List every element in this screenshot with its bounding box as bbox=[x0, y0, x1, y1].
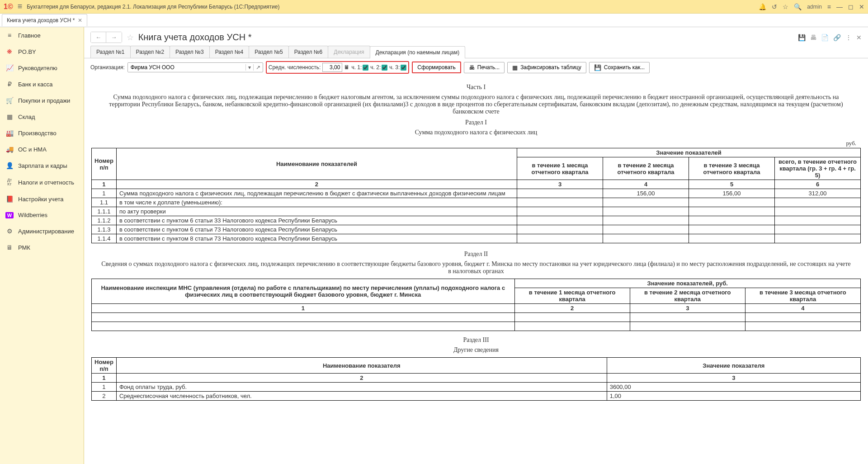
nav-back-button[interactable]: ← bbox=[91, 32, 106, 43]
doc-icon[interactable]: 📄 bbox=[821, 34, 829, 41]
tab-section5[interactable]: Раздел №5 bbox=[249, 46, 289, 58]
avg-input[interactable] bbox=[322, 63, 342, 72]
tab-section4[interactable]: Раздел №4 bbox=[209, 46, 250, 58]
person-icon: 👤 bbox=[5, 162, 14, 169]
th-m2: в течение 2 месяца отчетного квартала bbox=[630, 288, 745, 304]
table-row: 1.1.1по акту проверки bbox=[92, 207, 861, 216]
col-idx: 1 bbox=[92, 374, 117, 383]
star-icon[interactable]: ☆ bbox=[783, 3, 788, 10]
sidebar-item-label: Wildberries bbox=[18, 212, 47, 218]
report-area[interactable]: Часть I Сумма подоходного налога с физич… bbox=[84, 76, 868, 464]
document-tab[interactable]: Книга учета доходов УСН * ✕ bbox=[2, 14, 87, 26]
sidebar-item-admin[interactable]: ⚙Администрирование bbox=[0, 223, 84, 239]
sidebar-item-manager[interactable]: 📈Руководителю bbox=[0, 60, 84, 76]
ch1-checkbox[interactable] bbox=[363, 65, 368, 71]
tab-close-icon[interactable]: ✕ bbox=[78, 17, 82, 24]
document-tabs: Книга учета доходов УСН * ✕ bbox=[0, 14, 868, 27]
sidebar-item-assets[interactable]: 🚚ОС и НМА bbox=[0, 141, 84, 157]
org-combo[interactable]: ▾ ↗ bbox=[127, 62, 263, 72]
favorite-star-icon[interactable]: ☆ bbox=[127, 33, 134, 43]
fix-label: Зафиксировать таблицу bbox=[520, 64, 581, 71]
wb-icon: W bbox=[5, 212, 14, 218]
generate-button[interactable]: Сформировать bbox=[412, 62, 461, 73]
sidebar-item-main[interactable]: ≡Главное bbox=[0, 27, 84, 43]
sidebar-item-production[interactable]: 🏭Производство bbox=[0, 125, 84, 141]
content-header: ← → ☆ Книга учета доходов УСН * 💾 🖶 📄 🔗 … bbox=[84, 27, 868, 46]
table-row: 1.1.3в соответствии с пунктом 6 статьи 7… bbox=[92, 225, 861, 234]
th-vals: Значение показателей bbox=[517, 148, 861, 157]
settings-icon[interactable]: ≡ bbox=[827, 3, 831, 10]
factory-icon: 🏭 bbox=[5, 129, 14, 137]
poby-icon: ❋ bbox=[5, 48, 14, 55]
save-as-button[interactable]: 💾Сохранить как... bbox=[589, 62, 650, 73]
table-row: 2Среднесписочная численность работников,… bbox=[92, 392, 861, 401]
more-icon[interactable]: ⋮ bbox=[845, 34, 852, 41]
sidebar-item-label: PO.BY bbox=[18, 48, 36, 55]
sidebar-item-rmk[interactable]: 🖥РМК bbox=[0, 239, 84, 256]
section1-title: Раздел I bbox=[91, 119, 861, 126]
nav-arrows: ← → bbox=[90, 32, 122, 43]
th-total: всего, в течение отчетного квартала (гр.… bbox=[775, 157, 861, 180]
table-section3: Номер п/п Наименование показателя Значен… bbox=[91, 357, 861, 401]
open-icon[interactable]: ↗ bbox=[253, 64, 263, 71]
user-label[interactable]: admin bbox=[807, 4, 822, 10]
ch2-checkbox[interactable] bbox=[382, 65, 387, 71]
col-idx: 2 bbox=[116, 374, 607, 383]
book-icon: 📕 bbox=[5, 195, 14, 203]
tab-section6[interactable]: Раздел №6 bbox=[288, 46, 329, 58]
gear-icon: ⚙ bbox=[5, 227, 14, 235]
sidebar-item-label: РМК bbox=[18, 244, 30, 251]
sidebar-item-taxes[interactable]: ДтКтНалоги и отчетность bbox=[0, 174, 84, 191]
chart-icon: 📈 bbox=[5, 64, 14, 71]
th-m1: в течение 1 месяца отчетного квартала bbox=[517, 157, 603, 180]
sidebar-item-stock[interactable]: ▦Склад bbox=[0, 109, 84, 125]
bell-icon[interactable]: 🔔 bbox=[759, 3, 766, 10]
app-title: Бухгалтерия для Беларуси, редакция 2.1. … bbox=[27, 4, 279, 10]
ch2-label: ч. 2: bbox=[370, 64, 381, 71]
history-icon[interactable]: ↺ bbox=[772, 3, 777, 10]
section2-title: Раздел II bbox=[91, 251, 861, 258]
minimize-icon[interactable]: — bbox=[836, 3, 843, 10]
sidebar-item-settings[interactable]: 📕Настройки учета bbox=[0, 191, 84, 207]
close-icon[interactable]: ✕ bbox=[859, 3, 864, 10]
sidebar-item-wildberries[interactable]: WWildberries bbox=[0, 207, 84, 223]
printer-icon: 🖶 bbox=[469, 64, 475, 71]
sidebar-item-label: Настройки учета bbox=[18, 196, 63, 203]
print-button[interactable]: 🖶Печать... bbox=[464, 62, 505, 73]
toolbar: Организация: ▾ ↗ Средн. численность: 🖩 ч… bbox=[84, 58, 868, 76]
org-label: Организация: bbox=[90, 64, 125, 71]
sidebar-item-sales[interactable]: 🛒Покупки и продажи bbox=[0, 92, 84, 109]
ch3-checkbox[interactable] bbox=[401, 65, 406, 71]
sidebar-item-bank[interactable]: ₽Банк и касса bbox=[0, 76, 84, 92]
sidebar-item-salary[interactable]: 👤Зарплата и кадры bbox=[0, 157, 84, 174]
print-icon[interactable]: 🖶 bbox=[810, 34, 816, 41]
tab-section1[interactable]: Раздел №1 bbox=[90, 46, 131, 58]
sidebar-item-label: Производство bbox=[18, 130, 57, 137]
link-icon[interactable]: 🔗 bbox=[833, 34, 841, 41]
col-idx: 3 bbox=[517, 180, 603, 189]
ch1-label: ч. 1: bbox=[351, 64, 362, 71]
fix-table-button[interactable]: ▦Зафиксировать таблицу bbox=[507, 62, 586, 73]
col-idx: 3 bbox=[607, 374, 860, 383]
col-idx: 2 bbox=[116, 180, 517, 189]
section2-desc: Сведения о суммах подоходного налога с ф… bbox=[91, 260, 861, 275]
cart-icon: 🛒 bbox=[5, 97, 14, 104]
search-icon[interactable]: 🔍 bbox=[794, 3, 802, 10]
sidebar: ≡Главное ❋PO.BY 📈Руководителю ₽Банк и ка… bbox=[0, 27, 84, 464]
save-icon[interactable]: 💾 bbox=[798, 34, 806, 41]
tab-section2[interactable]: Раздел №2 bbox=[130, 46, 170, 58]
dropdown-icon[interactable]: ▾ bbox=[245, 64, 253, 71]
tab-section3[interactable]: Раздел №3 bbox=[170, 46, 210, 58]
calc-icon[interactable]: 🖩 bbox=[344, 64, 349, 71]
close-panel-icon[interactable]: ✕ bbox=[856, 34, 862, 41]
sidebar-item-poby[interactable]: ❋PO.BY bbox=[0, 43, 84, 60]
th-m1: в течение 1 месяца отчетного квартала bbox=[514, 288, 630, 304]
tab-declaration-employees[interactable]: Декларация (по наемным лицам) bbox=[370, 46, 466, 58]
nav-forward-button[interactable]: → bbox=[106, 32, 121, 43]
org-input[interactable] bbox=[128, 63, 245, 72]
hamburger-icon[interactable]: ≡ bbox=[18, 2, 23, 11]
debit-icon: ДтКт bbox=[5, 178, 14, 186]
sidebar-item-label: Банк и касса bbox=[18, 81, 53, 88]
sidebar-item-label: Склад bbox=[18, 114, 35, 120]
maximize-icon[interactable]: ◻ bbox=[848, 3, 854, 10]
